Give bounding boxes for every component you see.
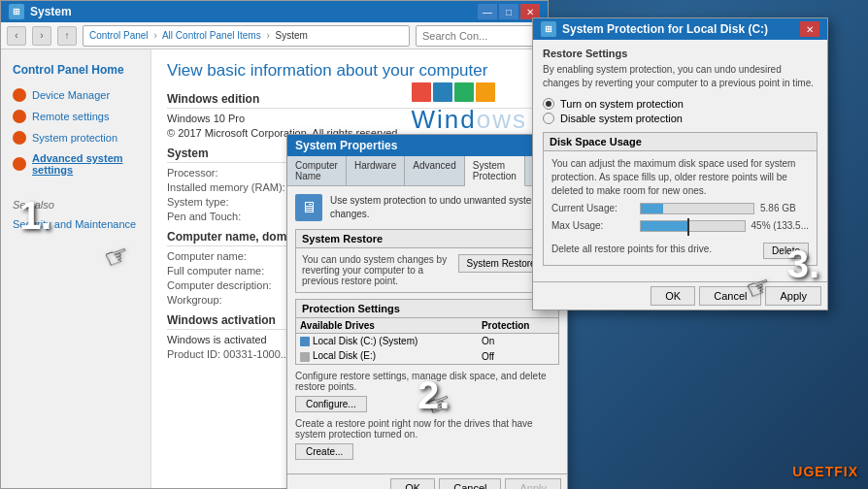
radio-disable[interactable]: Disable system protection: [543, 113, 818, 124]
system-props-title-bar: System Properties: [287, 135, 567, 156]
radio-turn-on-label: Turn on system protection: [560, 98, 684, 110]
maximize-button[interactable]: □: [499, 4, 518, 19]
back-button[interactable]: ‹: [7, 26, 26, 46]
computer-icon: 🖥: [295, 194, 322, 221]
system-title-icon: ⊞: [9, 4, 24, 19]
step-3-label: 3.: [787, 243, 819, 286]
system-title-bar: ⊞ System — □ ✕: [1, 1, 548, 22]
up-button[interactable]: ↑: [57, 26, 77, 46]
disk-usage-section: Disk Space Usage You can adjust the maxi…: [543, 132, 818, 266]
system-props-body: 🖥 Use system protection to undo unwanted…: [287, 186, 567, 473]
radio-disable-circle: [543, 113, 554, 124]
address-bar: ‹ › ↑ Control Panel › All Control Panel …: [1, 22, 548, 49]
system-props-apply-button[interactable]: Apply: [505, 478, 561, 489]
system-props-ok-button[interactable]: OK: [390, 478, 435, 489]
dialog-tabs: Computer Name Hardware Advanced System P…: [287, 156, 567, 186]
max-usage-row: Max Usage: 45% (133.5...: [551, 219, 809, 233]
sys-protect-desc: Use system protection to undo unwanted s…: [330, 194, 559, 221]
protect-title-text: System Protection for Local Disk (C:): [562, 22, 768, 36]
sidebar-item-system-protection[interactable]: System protection: [1, 127, 150, 148]
workgroup-label: Workgroup:: [167, 294, 298, 306]
system-protection-icon: [13, 131, 26, 145]
radio-disable-label: Disable system protection: [560, 113, 683, 124]
processor-label: Processor:: [167, 167, 298, 179]
drive-e-icon: [300, 352, 310, 362]
restore-settings-title: Restore Settings: [543, 48, 818, 59]
disk-usage-title: Disk Space Usage: [544, 133, 817, 151]
protect-body: Restore Settings By enabling system prot…: [533, 40, 827, 281]
drive-e-protection: Off: [478, 348, 558, 363]
advanced-settings-icon: [13, 157, 26, 171]
system-protection-dialog: ⊞ System Protection for Local Disk (C:) …: [532, 17, 828, 310]
edition-value: Windows 10 Pro: [167, 113, 245, 124]
forward-button[interactable]: ›: [32, 26, 51, 46]
sidebar-label-system-protection: System protection: [32, 132, 117, 144]
edition-row: Windows 10 Pro: [167, 113, 412, 124]
system-props-cancel-button[interactable]: Cancel: [439, 478, 501, 489]
max-usage-bar-container[interactable]: [640, 220, 746, 232]
protect-title-icon: ⊞: [541, 21, 556, 37]
sidebar-label-device-manager: Device Manager: [32, 89, 110, 101]
sidebar-title: Control Panel Home: [1, 59, 150, 81]
drives-table: Available Drives Protection Local Disk (…: [296, 318, 558, 364]
current-usage-label: Current Usage:: [551, 202, 634, 215]
disk-usage-desc: You can adjust the maximum disk space us…: [551, 157, 809, 198]
system-type-label: System type:: [167, 196, 298, 208]
sidebar-item-remote-settings[interactable]: Remote settings: [1, 106, 150, 127]
create-desc: Create a restore point right now for the…: [295, 418, 533, 440]
step-1-label: 1.: [19, 194, 51, 238]
ugetfix-logo: UGETFIX: [792, 464, 858, 479]
max-usage-value: 45% (133.5...: [751, 219, 809, 233]
minimize-button[interactable]: —: [478, 4, 497, 19]
system-properties-dialog: System Properties Computer Name Hardware…: [286, 134, 568, 489]
tab-computer-name[interactable]: Computer Name: [287, 156, 347, 185]
computer-description-label: Computer description:: [167, 279, 298, 291]
restore-settings-desc: By enabling system protection, you can u…: [543, 63, 818, 90]
title-bar-buttons: — □ ✕: [478, 4, 540, 19]
system-restore-content: You can undo system changes by reverting…: [296, 248, 558, 292]
radio-turn-on-circle: [543, 98, 554, 110]
breadcrumb: Control Panel › All Control Panel Items …: [83, 25, 410, 47]
current-usage-bar: [640, 203, 754, 214]
protection-settings-label: Protection Settings: [296, 300, 558, 318]
computer-name-label: Computer name:: [167, 250, 298, 262]
max-usage-fill: [641, 221, 687, 231]
remote-settings-icon: [13, 110, 26, 123]
delete-all-label: Delete all restore points for this drive…: [551, 243, 712, 256]
configure-button[interactable]: Configure...: [295, 396, 367, 412]
drive-row-c: Local Disk (C:) (System) On: [296, 334, 558, 349]
system-title-text: System: [30, 5, 72, 18]
drive-c-name: Local Disk (C:) (System): [313, 336, 417, 346]
product-id-label: Product ID: 00331-1000...: [167, 348, 298, 360]
tab-advanced[interactable]: Advanced: [405, 156, 464, 185]
protection-header: Protection: [478, 318, 558, 334]
radio-turn-on[interactable]: Turn on system protection: [543, 98, 818, 110]
protect-ok-button[interactable]: OK: [651, 286, 695, 306]
search-input[interactable]: [416, 25, 542, 47]
create-btn-row: Create...: [295, 443, 559, 460]
system-props-title: System Properties: [295, 139, 397, 152]
step-2-label: 2.: [417, 374, 450, 417]
comp-name-row: 🖥 Use system protection to undo unwanted…: [295, 194, 559, 221]
system-restore-section: System Restore You can undo system chang…: [295, 229, 559, 293]
sidebar-item-advanced-settings[interactable]: Advanced system settings: [1, 148, 150, 179]
current-usage-fill: [641, 204, 663, 213]
protection-settings-section: Protection Settings Available Drives Pro…: [295, 299, 559, 365]
disk-usage-body: You can adjust the maximum disk space us…: [544, 151, 817, 265]
drives-header: Available Drives: [296, 318, 478, 334]
system-restore-desc: You can undo system changes by reverting…: [302, 254, 451, 286]
activation-status: Windows is activated: [167, 334, 267, 345]
pen-touch-label: Pen and Touch:: [167, 211, 298, 222]
tab-hardware[interactable]: Hardware: [347, 156, 405, 185]
tab-system-protection[interactable]: System Protection: [465, 156, 525, 186]
protect-close-button[interactable]: ✕: [800, 21, 819, 37]
sidebar-item-device-manager[interactable]: Device Manager: [1, 84, 150, 106]
sidebar-label-remote-settings: Remote settings: [32, 111, 109, 122]
drive-c-icon: [300, 337, 310, 346]
protect-title-bar: ⊞ System Protection for Local Disk (C:) …: [533, 18, 827, 40]
page-title: View basic information about your comput…: [167, 61, 532, 81]
windows-logo-text: Windows: [412, 105, 528, 135]
current-usage-value: 5.86 GB: [760, 202, 809, 215]
system-restore-label: System Restore: [296, 230, 558, 248]
create-button[interactable]: Create...: [295, 443, 353, 460]
